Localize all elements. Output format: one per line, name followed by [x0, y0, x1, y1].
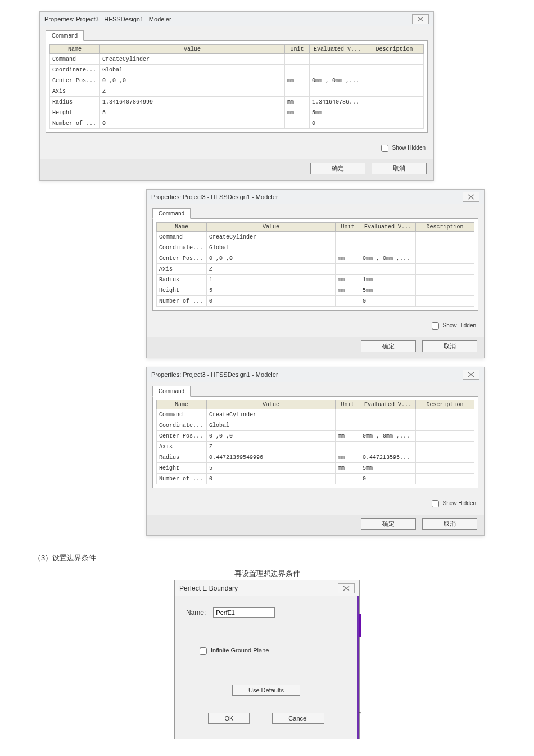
- cell-name: Axis: [50, 86, 100, 97]
- close-icon[interactable]: [412, 14, 429, 24]
- col-unit[interactable]: Unit: [336, 400, 360, 410]
- table-row[interactable]: Coordinate...Global: [157, 242, 474, 253]
- table-row[interactable]: Number of ...00: [157, 474, 474, 484]
- table-row[interactable]: Height5mm5mm: [50, 107, 424, 118]
- table-row[interactable]: Radius1mm1mm: [157, 274, 474, 285]
- col-eval[interactable]: Evaluated V...: [360, 223, 416, 232]
- table-row[interactable]: CommandCreateCylinder: [157, 410, 474, 420]
- button-row: 确定 取消: [147, 337, 484, 358]
- cell-unit: mm: [336, 452, 360, 463]
- cell-value[interactable]: 1: [207, 274, 336, 285]
- show-hidden-checkbox[interactable]: [432, 322, 439, 330]
- close-icon[interactable]: [338, 583, 355, 593]
- table-row[interactable]: Height5mm5mm: [157, 463, 474, 474]
- cell-value[interactable]: 5: [207, 285, 336, 296]
- col-name[interactable]: Name: [157, 400, 207, 410]
- table-row[interactable]: Radius0.44721359549996mm0.447213595...: [157, 452, 474, 463]
- show-hidden-checkbox[interactable]: [432, 500, 439, 507]
- col-value[interactable]: Value: [207, 223, 336, 232]
- col-desc[interactable]: Description: [365, 45, 424, 54]
- cell-value[interactable]: 0 ,0 ,0: [100, 75, 285, 86]
- cell-name: Radius: [157, 274, 207, 285]
- table-row[interactable]: Center Pos...0 ,0 ,0mm0mm , 0mm ,...: [157, 253, 474, 264]
- cell-value[interactable]: 5: [207, 463, 336, 474]
- show-hidden-label[interactable]: Show Hidden: [429, 500, 476, 506]
- table-row[interactable]: Coordinate...Global: [157, 420, 474, 431]
- table-row[interactable]: AxisZ: [157, 264, 474, 274]
- cell-eval: 5mm: [360, 463, 416, 474]
- col-eval[interactable]: Evaluated V...: [310, 45, 365, 54]
- col-unit[interactable]: Unit: [285, 45, 310, 54]
- table-row[interactable]: Number of ...00: [157, 296, 474, 307]
- cell-eval: 1mm: [360, 274, 416, 285]
- col-name[interactable]: Name: [50, 45, 100, 54]
- cell-value[interactable]: 0: [207, 474, 336, 484]
- cell-name: Height: [50, 107, 100, 118]
- cell-value[interactable]: 0.44721359549996: [207, 452, 336, 463]
- close-icon[interactable]: [463, 192, 479, 202]
- cell-value[interactable]: Global: [207, 242, 336, 253]
- col-name[interactable]: Name: [157, 223, 207, 232]
- use-defaults-button[interactable]: Use Defaults: [232, 685, 300, 696]
- cancel-button[interactable]: Cancel: [272, 713, 324, 724]
- col-eval[interactable]: Evaluated V...: [360, 400, 416, 410]
- titlebar: Properties: Project3 - HFSSDesign1 - Mod…: [40, 12, 433, 26]
- col-value[interactable]: Value: [100, 45, 285, 54]
- col-unit[interactable]: Unit: [336, 223, 360, 232]
- table-row[interactable]: Height5mm5mm: [157, 285, 474, 296]
- show-hidden-label[interactable]: Show Hidden: [379, 145, 426, 151]
- cell-value[interactable]: CreateCylinder: [207, 410, 336, 420]
- cell-eval: [360, 264, 416, 274]
- table-row[interactable]: AxisZ: [50, 86, 424, 97]
- properties-panel: Name Value Unit Evaluated V... Descripti…: [152, 218, 478, 310]
- cell-name: Radius: [50, 97, 100, 107]
- table-row[interactable]: CommandCreateCylinder: [50, 54, 424, 65]
- table-row[interactable]: Number of ...00: [50, 118, 424, 129]
- cancel-button[interactable]: 取消: [422, 518, 477, 530]
- col-value[interactable]: Value: [207, 400, 336, 410]
- table-row[interactable]: AxisZ: [157, 442, 474, 452]
- ok-button[interactable]: 确定: [310, 163, 365, 174]
- name-field[interactable]: [213, 608, 275, 618]
- tab-command[interactable]: Command: [152, 208, 191, 219]
- cell-value[interactable]: 5: [100, 107, 285, 118]
- cell-value[interactable]: CreateCylinder: [100, 54, 285, 65]
- properties-table: Name Value Unit Evaluated V... Descripti…: [156, 400, 474, 484]
- cell-value[interactable]: Z: [207, 264, 336, 274]
- cell-value[interactable]: 0 ,0 ,0: [207, 253, 336, 264]
- cell-name: Command: [50, 54, 100, 65]
- dialog-footer: Show Hidden: [147, 316, 484, 337]
- cell-value[interactable]: Global: [207, 420, 336, 431]
- show-hidden-label[interactable]: Show Hidden: [429, 322, 476, 328]
- cell-desc: [416, 242, 474, 253]
- close-icon[interactable]: [463, 370, 479, 380]
- cell-value[interactable]: Z: [207, 442, 336, 452]
- cell-value[interactable]: Global: [100, 65, 285, 75]
- ok-button[interactable]: 确定: [361, 340, 416, 352]
- infinite-ground-checkbox[interactable]: [200, 647, 207, 655]
- cell-value[interactable]: Z: [100, 86, 285, 97]
- table-row[interactable]: Coordinate...Global: [50, 65, 424, 75]
- cell-value[interactable]: 0 ,0 ,0: [207, 431, 336, 442]
- cell-value[interactable]: 0: [207, 296, 336, 307]
- ok-button[interactable]: OK: [208, 713, 250, 724]
- col-desc[interactable]: Description: [416, 223, 474, 232]
- infinite-ground-label[interactable]: Infinite Ground Plane: [197, 647, 269, 654]
- table-row[interactable]: CommandCreateCylinder: [157, 232, 474, 242]
- cell-value[interactable]: 1.3416407864999: [100, 97, 285, 107]
- cell-unit: [285, 54, 310, 65]
- cell-value[interactable]: 0: [100, 118, 285, 129]
- cell-value[interactable]: CreateCylinder: [207, 232, 336, 242]
- col-desc[interactable]: Description: [416, 400, 474, 410]
- table-row[interactable]: Center Pos...0 ,0 ,0mm0mm , 0mm ,...: [157, 431, 474, 442]
- tab-command[interactable]: Command: [152, 386, 191, 397]
- cancel-button[interactable]: 取消: [372, 163, 427, 174]
- ok-button[interactable]: 确定: [361, 518, 416, 530]
- cancel-button[interactable]: 取消: [422, 340, 477, 352]
- show-hidden-checkbox[interactable]: [381, 145, 388, 152]
- tab-command[interactable]: Command: [46, 30, 84, 41]
- dialog-footer: Show Hidden: [147, 494, 484, 515]
- table-row[interactable]: Center Pos...0 ,0 ,0mm0mm , 0mm ,...: [50, 75, 424, 86]
- cell-unit: mm: [336, 285, 360, 296]
- table-row[interactable]: Radius1.3416407864999mm1.341640786...: [50, 97, 424, 107]
